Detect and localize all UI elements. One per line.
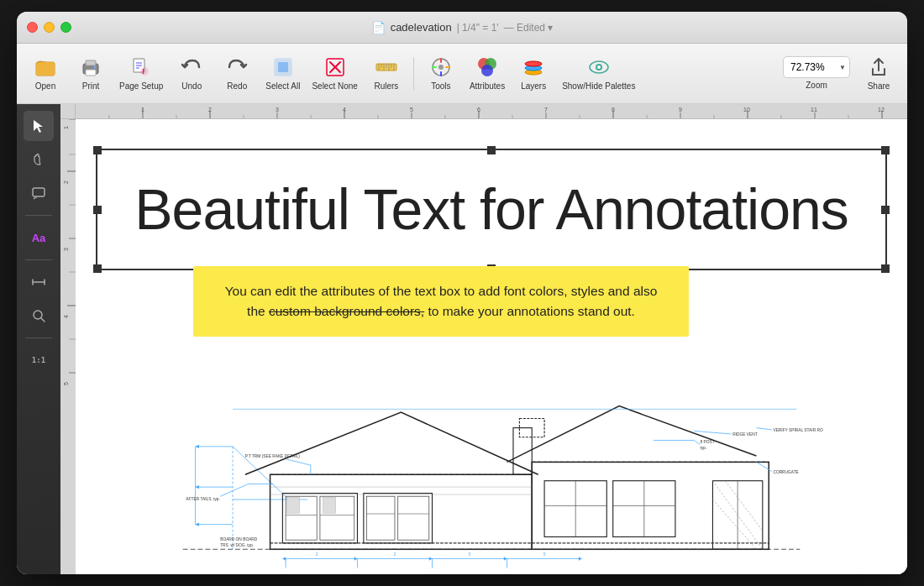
svg-text:10: 10 xyxy=(743,107,750,112)
svg-text:2: 2 xyxy=(316,552,318,557)
share-button[interactable]: Share xyxy=(857,50,900,98)
sidebar-tool-search[interactable] xyxy=(24,301,54,331)
sidebar-divider-3 xyxy=(25,337,52,338)
handle-tr[interactable] xyxy=(881,146,890,154)
page-setup-button[interactable]: ! Page Setup xyxy=(114,50,168,98)
sidebar-tool-comment[interactable] xyxy=(24,178,54,208)
sidebar: Aa 1:1 xyxy=(17,104,60,574)
svg-rect-46 xyxy=(76,104,907,119)
annotation-text: You can edit the attributes of the text … xyxy=(217,281,665,322)
toolbar-separator-1 xyxy=(413,57,414,91)
open-label: Open xyxy=(35,81,55,92)
svg-point-39 xyxy=(597,65,601,69)
svg-text:BOARD ON BOARD: BOARD ON BOARD xyxy=(220,537,258,542)
tools-label: Tools xyxy=(431,81,450,92)
zoom-control[interactable]: 72.73% 25% 50% 75% 100% 150% 200% ▼ Zoom xyxy=(778,50,855,98)
document-scale: | 1/4" = 1' xyxy=(457,22,499,34)
main-heading: Beautiful Text for Annotations xyxy=(134,181,848,238)
sidebar-tool-text[interactable]: Aa xyxy=(24,222,54,253)
main-area: Aa 1:1 xyxy=(17,104,907,574)
svg-rect-4 xyxy=(86,70,96,76)
svg-text:5: 5 xyxy=(410,107,413,112)
svg-text:!: ! xyxy=(142,67,144,76)
sidebar-tool-ruler[interactable] xyxy=(24,267,54,297)
show-hide-button[interactable]: Show/Hide Palettes xyxy=(557,50,640,98)
select-all-button[interactable]: Select All xyxy=(260,50,305,98)
titlebar-center: 📄 cadelevation | 1/4" = 1' — Edited ▾ xyxy=(371,21,554,34)
svg-text:VERIFY SPIRAL STAIR RO: VERIFY SPIRAL STAIR RO xyxy=(773,428,823,432)
handle-mr[interactable] xyxy=(881,206,890,214)
svg-line-45 xyxy=(41,318,45,322)
svg-text:typ.: typ. xyxy=(701,446,707,450)
share-label: Share xyxy=(868,81,890,92)
select-none-label: Select None xyxy=(312,81,357,92)
print-button[interactable]: Print xyxy=(69,50,113,98)
rulers-button[interactable]: Rulers xyxy=(365,50,408,98)
svg-point-5 xyxy=(94,66,97,69)
handle-tl[interactable] xyxy=(93,146,102,154)
handle-tc[interactable] xyxy=(487,146,496,154)
tools-button[interactable]: Tools xyxy=(419,50,463,98)
sidebar-divider-1 xyxy=(25,215,52,216)
svg-text:5: 5 xyxy=(63,382,69,385)
sidebar-tool-select[interactable] xyxy=(24,111,54,141)
ruler-corner xyxy=(60,104,76,119)
annotation-box: You can edit the attributes of the text … xyxy=(193,266,689,337)
svg-text:2: 2 xyxy=(208,107,212,112)
svg-text:6: 6 xyxy=(477,107,480,112)
svg-text:3: 3 xyxy=(276,107,279,112)
sidebar-divider-2 xyxy=(25,259,52,260)
svg-text:12: 12 xyxy=(878,107,885,112)
zoom-label: Zoom xyxy=(806,81,827,91)
toolbar: Open Print ! Page Setup xyxy=(17,44,907,104)
maximize-button[interactable] xyxy=(60,22,71,33)
attributes-label: Attributes xyxy=(470,81,505,92)
svg-text:11: 11 xyxy=(811,107,817,112)
handle-bl[interactable] xyxy=(93,264,102,273)
titlebar: 📄 cadelevation | 1/4" = 1' — Edited ▾ xyxy=(17,12,907,44)
undo-button[interactable]: Undo xyxy=(170,50,213,98)
svg-text:1: 1 xyxy=(141,107,144,112)
svg-text:4: 4 xyxy=(343,107,346,112)
redo-label: Redo xyxy=(227,81,247,92)
ruler-top: | 1 2 3 4 5 6 7 8 9 xyxy=(76,104,907,119)
svg-text:1: 1 xyxy=(63,126,69,129)
svg-text:CORRUGATE: CORRUGATE xyxy=(773,470,798,474)
document-title: cadelevation xyxy=(391,21,452,34)
attributes-button[interactable]: Attributes xyxy=(465,50,510,98)
svg-text:RIDGE VENT: RIDGE VENT xyxy=(732,432,757,437)
select-all-label: Select All xyxy=(265,81,300,92)
traffic-lights xyxy=(27,22,71,33)
svg-text:P.T TRM (SEE RAKE DETAIL): P.T TRM (SEE RAKE DETAIL) xyxy=(245,454,300,458)
sidebar-tool-hand[interactable] xyxy=(24,144,54,175)
svg-rect-1 xyxy=(36,62,55,76)
svg-point-33 xyxy=(481,65,493,76)
layers-button[interactable]: Layers xyxy=(512,50,555,98)
zoom-select[interactable]: 72.73% 25% 50% 75% 100% 150% 200% xyxy=(783,56,850,78)
svg-point-36 xyxy=(525,61,542,66)
open-button[interactable]: Open xyxy=(24,50,67,98)
app-window: 📄 cadelevation | 1/4" = 1' — Edited ▾ Op… xyxy=(17,12,907,574)
handle-br[interactable] xyxy=(881,264,890,273)
svg-text:TRS. w/ DOG. typ.: TRS. w/ DOG. typ. xyxy=(220,543,254,547)
zoom-wrapper[interactable]: 72.73% 25% 50% 75% 100% 150% 200% ▼ xyxy=(783,56,850,78)
rulers-label: Rulers xyxy=(374,81,398,92)
blueprint-drawing: AFTER TAILS. typ. P.T TRM (SEE RAKE DETA… xyxy=(76,337,907,574)
svg-text:7: 7 xyxy=(544,107,548,112)
svg-rect-122 xyxy=(287,498,300,514)
svg-text:8 POST: 8 POST xyxy=(701,440,715,444)
svg-rect-13 xyxy=(278,62,288,72)
svg-text:2: 2 xyxy=(63,181,69,184)
close-button[interactable] xyxy=(27,22,38,33)
canvas-area[interactable]: | 1 2 3 4 5 6 7 8 9 xyxy=(60,104,907,574)
drawing-canvas[interactable]: Beautiful Text for Annotations You can e… xyxy=(76,119,907,574)
sidebar-tool-scale[interactable]: 1:1 xyxy=(24,345,54,375)
svg-text:3: 3 xyxy=(63,248,69,251)
show-hide-label: Show/Hide Palettes xyxy=(562,81,635,92)
minimize-button[interactable] xyxy=(44,22,55,33)
svg-rect-40 xyxy=(33,188,45,196)
svg-rect-123 xyxy=(323,498,336,514)
redo-button[interactable]: Redo xyxy=(215,50,259,98)
svg-rect-3 xyxy=(86,60,96,65)
select-none-button[interactable]: Select None xyxy=(307,50,362,98)
